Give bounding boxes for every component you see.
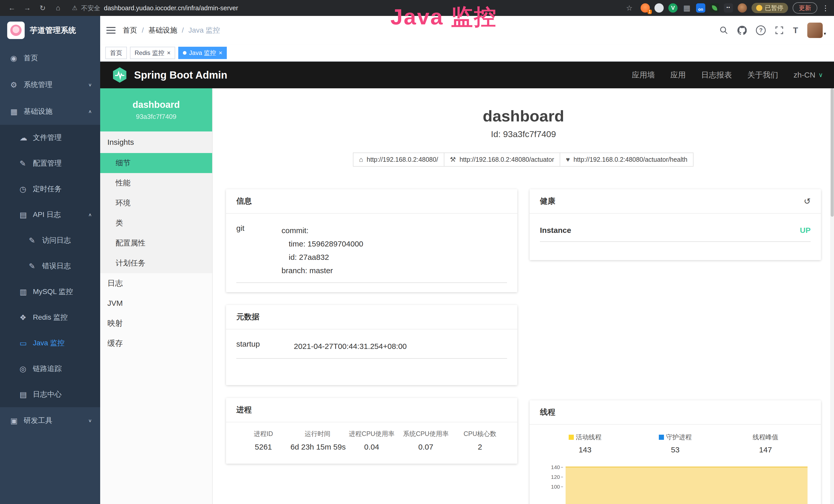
user-avatar[interactable] — [807, 23, 823, 38]
sba-language-select[interactable]: zh-CN ∨ — [793, 71, 823, 79]
metadata-value: 2021-04-27T00:44:31.254+08:00 — [294, 340, 407, 353]
reload-icon[interactable]: ↻ — [36, 4, 49, 12]
breadcrumb-infrastructure[interactable]: 基础设施 — [149, 25, 177, 35]
search-icon[interactable] — [720, 26, 728, 35]
edit-doc-icon: ✎ — [29, 261, 42, 271]
threads-card: 线程 活动线程 143 守护进程 — [530, 400, 821, 504]
instance-base-url-link[interactable]: ⌂ http://192.168.0.2:48080/ — [353, 153, 444, 167]
home-icon[interactable]: ⌂ — [51, 4, 65, 12]
close-icon[interactable]: × — [167, 49, 171, 56]
scrollbar-thumb[interactable] — [831, 88, 834, 217]
sidebar-item-caches[interactable]: 缓存 — [100, 333, 212, 353]
sidebar-item-mysql-monitor[interactable]: ▥ MySQL 监控 — [0, 279, 100, 304]
metadata-card: 元数据 startup 2021-04-27T00:44:31.254+08:0… — [226, 305, 517, 385]
cell-value: 0.04 — [345, 443, 399, 455]
font-size-icon[interactable]: T — [793, 26, 798, 35]
extension-paw-icon[interactable]: •• — [724, 3, 733, 13]
instance-sidebar: dashboard 93a3fc7f7409 Insights 细节 性能 环境… — [100, 88, 213, 504]
sidebar-item-link-tracing[interactable]: ◎ 链路追踪 — [0, 356, 100, 382]
bookmark-star-icon[interactable]: ☆ — [622, 4, 636, 12]
profile-paused-badge[interactable]: 已暂停 — [751, 3, 788, 13]
chevron-down-icon: ∨ — [818, 71, 823, 78]
edit-icon: ✎ — [20, 159, 33, 168]
tab-java-monitor[interactable]: Java 监控 × — [178, 47, 227, 59]
url-text[interactable]: dashboard.yudao.iocoder.cn/infra/admin-s… — [104, 4, 238, 12]
address-bar[interactable]: ⚠ 不安全 dashboard.yudao.iocoder.cn/infra/a… — [72, 4, 615, 12]
sidebar-item-file-management[interactable]: ☁ 文件管理 — [0, 125, 100, 151]
page-title: dashboard — [226, 107, 821, 125]
extension-drop-icon[interactable] — [655, 3, 664, 13]
legend-value: 53 — [630, 445, 720, 454]
instance-header[interactable]: dashboard 93a3fc7f7409 — [100, 88, 212, 132]
app-logo-row[interactable]: 芋道管理系统 — [0, 16, 100, 45]
instance-actuator-link[interactable]: ⚒ http://192.168.0.2:48080/actuator — [444, 153, 561, 167]
sidebar-item-scheduled-tasks[interactable]: 计划任务 — [100, 253, 212, 273]
sidebar-item-error-logs[interactable]: ✎ 错误日志 — [0, 253, 100, 279]
insights-section-label[interactable]: Insights — [100, 132, 212, 153]
sidebar-item-logs[interactable]: 日志 — [100, 273, 212, 293]
threads-card-title: 线程 — [530, 400, 821, 425]
forward-icon[interactable]: → — [21, 4, 34, 12]
y-tick: 140 — [540, 462, 565, 472]
browser-update-button[interactable]: 更新 — [793, 2, 817, 14]
y-tick: 120 — [540, 472, 565, 482]
sba-menu-journal[interactable]: 日志报表 — [701, 70, 732, 81]
sidebar-item-java-monitor[interactable]: ▭ Java 监控 — [0, 330, 100, 356]
sidebar-item-system-management[interactable]: ⚙ 系统管理 ∨ — [0, 71, 100, 98]
breadcrumb-separator: / — [142, 26, 144, 35]
extension-fox-icon[interactable]: 1 — [641, 3, 650, 13]
history-icon[interactable]: ↺ — [804, 197, 811, 206]
sidebar-item-label: 日志中心 — [33, 389, 62, 399]
sidebar-item-classes[interactable]: 类 — [100, 213, 212, 233]
extension-on-icon[interactable]: on — [696, 3, 705, 13]
sidebar-item-access-logs[interactable]: ✎ 访问日志 — [0, 228, 100, 253]
extension-check-icon[interactable]: V — [668, 3, 678, 13]
sba-menu-about[interactable]: 关于我们 — [747, 70, 778, 81]
sidebar-item-details[interactable]: 细节 — [100, 153, 212, 173]
extension-leaf-icon[interactable] — [710, 3, 719, 13]
help-icon[interactable]: ? — [756, 25, 766, 35]
health-card-title: 健康 — [540, 196, 555, 206]
collapse-sidebar-icon[interactable] — [106, 27, 115, 33]
sidebar-item-log-center[interactable]: ▤ 日志中心 — [0, 382, 100, 407]
status-badge: UP — [800, 226, 811, 235]
close-icon[interactable]: × — [219, 49, 222, 56]
sba-menu-applications[interactable]: 应用 — [670, 70, 685, 81]
tab-redis-monitor[interactable]: Redis 监控 × — [130, 47, 175, 59]
sidebar-item-label: 错误日志 — [42, 261, 71, 271]
extension-badge: 1 — [648, 9, 652, 14]
tab-home[interactable]: 首页 — [105, 47, 127, 59]
sidebar-item-api-logs[interactable]: ▤ API 日志 ∧ — [0, 202, 100, 228]
sidebar-item-jvm[interactable]: JVM — [100, 293, 212, 313]
active-tab-dot — [183, 51, 186, 55]
sidebar-item-performance[interactable]: 性能 — [100, 173, 212, 193]
tab-label: Redis 监控 — [135, 49, 164, 57]
legend-active-threads: 活动线程 143 — [540, 433, 630, 454]
sidebar-item-home[interactable]: ◉ 首页 — [0, 45, 100, 71]
sidebar-item-label: 研发工具 — [24, 416, 52, 426]
security-label[interactable]: 不安全 — [81, 4, 101, 12]
sidebar-item-config-management[interactable]: ✎ 配置管理 — [0, 151, 100, 176]
extensions-grid-icon[interactable]: ▦ — [682, 3, 692, 13]
screen: ← → ↻ ⌂ ⚠ 不安全 dashboard.yudao.iocoder.cn… — [0, 0, 834, 504]
back-icon[interactable]: ← — [5, 4, 19, 12]
fullscreen-icon[interactable] — [775, 26, 784, 35]
sidebar-item-mappings[interactable]: 映射 — [100, 313, 212, 333]
main-scrollbar[interactable] — [830, 88, 834, 504]
edit-doc-icon: ✎ — [29, 236, 42, 245]
sidebar-item-infrastructure[interactable]: ▦ 基础设施 ∧ — [0, 98, 100, 125]
sidebar-item-redis-monitor[interactable]: ❖ Redis 监控 — [0, 304, 100, 330]
instance-health-link[interactable]: ♥ http://192.168.0.2:48080/actuator/heal… — [560, 153, 694, 167]
github-icon[interactable] — [738, 26, 747, 35]
sidebar-item-environment[interactable]: 环境 — [100, 193, 212, 213]
sba-menu-wall[interactable]: 应用墙 — [632, 70, 655, 81]
sidebar-item-dev-tools[interactable]: ▣ 研发工具 ∨ — [0, 407, 100, 434]
sidebar-item-config-properties[interactable]: 配置属性 — [100, 233, 212, 253]
browser-profile-avatar[interactable] — [738, 3, 747, 13]
clock-icon: ◷ — [20, 185, 33, 193]
home-icon: ⌂ — [359, 156, 363, 164]
sidebar-item-scheduled-tasks[interactable]: ◷ 定时任务 — [0, 176, 100, 202]
column-header: CPU核心数 — [453, 430, 507, 443]
breadcrumb-home[interactable]: 首页 — [123, 25, 137, 35]
browser-menu-icon[interactable]: ⋮ — [822, 4, 829, 12]
